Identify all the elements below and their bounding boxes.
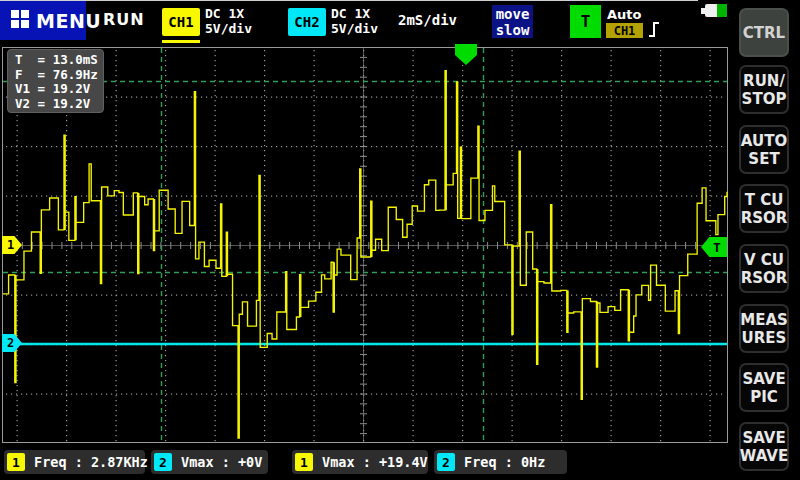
- scope-display[interactable]: [2, 47, 728, 443]
- measurement-text: Freq : 2.87KHz: [34, 454, 148, 470]
- measurement-text: Vmax : +0V: [181, 454, 262, 470]
- trigger-mode[interactable]: Auto: [607, 7, 641, 22]
- trigger-source-badge[interactable]: CH1: [606, 23, 643, 38]
- measurement-badge: 1 Vmax : +19.4V: [292, 450, 428, 474]
- cursor-v1: V1 = 19.2V: [15, 82, 103, 97]
- auto-set-button[interactable]: AUTO SET: [739, 125, 789, 174]
- oscilloscope-screen: MENU RUN CH1 DC 1X 5V/div CH2 DC 1X 5V/d…: [0, 0, 800, 480]
- run-stop-button[interactable]: RUN/ STOP: [739, 65, 789, 114]
- measurement-badge: 1 Freq : 2.87KHz: [4, 450, 145, 474]
- battery-icon: [705, 4, 727, 17]
- menu-label: MENU: [36, 10, 101, 32]
- ch2-badge[interactable]: CH2: [288, 8, 326, 36]
- t-cursor-button[interactable]: T CU RSOR: [739, 184, 789, 233]
- menu-button[interactable]: MENU: [0, 1, 86, 40]
- measurement-text: Freq : 0Hz: [464, 454, 545, 470]
- save-wave-button[interactable]: SAVE WAVE: [739, 422, 789, 471]
- ch2-channel-square: 2: [154, 453, 172, 471]
- cursor-time: T = 13.0mS: [15, 53, 103, 68]
- cursor-readout-box: T = 13.0mS F = 76.9Hz V1 = 19.2V V2 = 19…: [7, 49, 104, 113]
- ch1-channel-square: 1: [7, 453, 25, 471]
- ch1-active-underline: [162, 40, 200, 43]
- trigger-position-marker[interactable]: [455, 44, 477, 69]
- cursor-freq: F = 76.9Hz: [15, 68, 103, 83]
- measurement-badge: 2 Vmax : +0V: [151, 450, 268, 474]
- measures-button[interactable]: MEAS URES: [739, 304, 789, 353]
- run-status: RUN: [103, 0, 139, 40]
- ctrl-button[interactable]: CTRL: [739, 8, 789, 57]
- menu-grid-icon: [11, 10, 29, 32]
- measurement-text: Vmax : +19.4V: [322, 454, 428, 470]
- ch1-channel-square: 1: [295, 453, 313, 471]
- ch2-channel-square: 2: [437, 453, 455, 471]
- ch2-settings[interactable]: DC 1X 5V/div: [331, 6, 378, 36]
- ch1-badge[interactable]: CH1: [162, 8, 200, 36]
- cursor-v2: V2 = 19.2V: [15, 97, 103, 112]
- battery-nub: [701, 8, 705, 14]
- ch1-settings[interactable]: DC 1X 5V/div: [205, 6, 252, 36]
- measurement-badge: 2 Freq : 0Hz: [434, 450, 567, 474]
- timebase-setting[interactable]: 2mS/div: [398, 0, 457, 40]
- v-cursor-button[interactable]: V CU RSOR: [739, 244, 789, 293]
- save-pic-button[interactable]: SAVE PIC: [739, 363, 789, 412]
- rising-edge-icon: [647, 20, 661, 43]
- move-speed-badge[interactable]: move slow: [492, 5, 533, 38]
- trigger-badge[interactable]: T: [570, 5, 601, 38]
